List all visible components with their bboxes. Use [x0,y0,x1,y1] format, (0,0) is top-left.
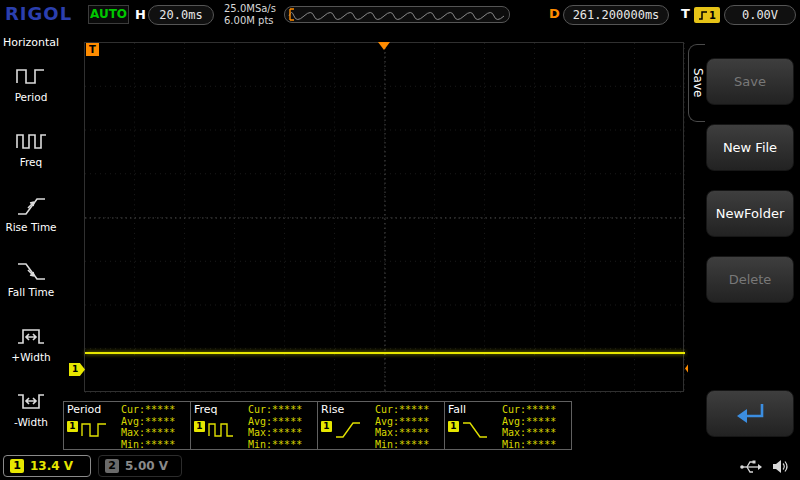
trigger-label: T [681,6,690,21]
trigger-position-marker[interactable] [378,42,390,50]
new-file-button[interactable]: New File [706,124,794,171]
frequency-icon [15,130,47,153]
fall-time-icon [462,420,489,440]
panel-statistics: Cur:***** Avg:***** Max:***** Min:***** [375,404,429,450]
menu-item-label: Rise Time [5,221,56,233]
measure-menu: Horizontal Period Freq Rise Time Fall Ti… [0,30,62,452]
acquisition-info: 25.0MSa/s 6.00M pts [224,3,276,27]
save-menu: Save Save New File NewFolder Delete [688,30,800,480]
back-button[interactable] [706,390,794,437]
rise-time-icon [335,420,362,440]
menu-item-pos-width[interactable]: +Width [0,311,62,376]
channel1-status[interactable]: 1 13.4 V [3,455,91,477]
fall-time-icon [15,260,47,283]
trigger-locked-indicator: T [86,43,99,56]
memory-waveform-icon [285,7,509,22]
usb-icon [739,458,763,475]
waveform-display [84,42,684,392]
measurement-panels: Period 1 Cur:***** Avg:***** Max:***** M… [63,401,571,450]
horizontal-label: H [135,7,146,22]
top-status-bar: RIGOL AUTO H 20.0ms 25.0MSa/s 6.00M pts … [0,0,800,30]
menu-item-label: Freq [20,156,43,168]
channel2-badge: 2 [105,459,119,473]
period-icon [15,65,47,88]
plus-width-icon [15,325,47,348]
trigger-source-number: 1 [709,10,716,21]
panel-channel-badge: 1 [194,421,205,432]
graticule [85,43,685,393]
freq-measurement-panel: Freq 1 Cur:***** Avg:***** Max:***** Min… [190,401,318,450]
minus-width-icon [15,390,47,413]
period-measurement-panel: Period 1 Cur:***** Avg:***** Max:***** M… [63,401,191,450]
channel2-status[interactable]: 2 5.00 V [98,455,182,477]
panel-title: Freq [194,403,218,416]
channel1-scale: 13.4 V [30,459,73,473]
speaker-icon [771,458,790,475]
trigger-level-value[interactable]: 0.00V [724,5,796,25]
panel-statistics: Cur:***** Avg:***** Max:***** Min:***** [248,404,302,450]
measure-menu-title: Horizontal [0,36,62,49]
waveform-memory-preview[interactable] [284,6,510,23]
menu-item-label: -Width [14,416,48,428]
trigger-edge-icon [698,10,708,21]
channel-status-bar: 1 13.4 V 2 5.00 V [0,452,800,480]
oscilloscope-screen: RIGOL AUTO H 20.0ms 25.0MSa/s 6.00M pts … [0,0,800,480]
panel-channel-badge: 1 [448,421,459,432]
sample-rate: 25.0MSa/s [224,3,276,15]
save-button[interactable]: Save [706,58,794,105]
menu-item-fall-time[interactable]: Fall Time [0,246,62,311]
period-icon [81,420,108,440]
timebase-value[interactable]: 20.0ms [148,5,214,25]
channel2-scale: 5.00 V [125,459,168,473]
menu-item-label: Fall Time [8,286,54,298]
panel-title: Rise [321,403,344,416]
run-status-badge: AUTO [88,5,129,24]
menu-item-label: +Width [11,351,50,363]
menu-item-period[interactable]: Period [0,51,62,116]
delete-button[interactable]: Delete [706,256,794,303]
rigol-logo: RIGOL [5,3,72,24]
channel1-ground-marker[interactable]: 1 [69,363,85,376]
panel-channel-badge: 1 [321,421,332,432]
new-folder-button[interactable]: NewFolder [706,190,794,237]
delay-value[interactable]: 261.200000ms [563,5,669,25]
system-icons [739,458,790,475]
rise-measurement-panel: Rise 1 Cur:***** Avg:***** Max:***** Min… [317,401,445,450]
menu-item-neg-width[interactable]: -Width [0,376,62,441]
menu-item-rise-time[interactable]: Rise Time [0,181,62,246]
panel-statistics: Cur:***** Avg:***** Max:***** Min:***** [121,404,175,450]
panel-statistics: Cur:***** Avg:***** Max:***** Min:***** [502,404,556,450]
panel-title: Period [67,403,101,416]
menu-item-label: Period [15,91,48,103]
menu-tab-save: Save [688,44,705,122]
fall-measurement-panel: Fall 1 Cur:***** Avg:***** Max:***** Min… [444,401,572,450]
panel-channel-badge: 1 [67,421,78,432]
channel1-trace [85,352,685,354]
trigger-source-badge[interactable]: 1 [694,7,720,23]
memory-depth: 6.00M pts [224,15,276,27]
frequency-icon [208,420,235,440]
channel1-badge: 1 [10,459,24,473]
return-arrow-icon [729,401,771,427]
rise-time-icon [15,195,47,218]
delay-label: D [549,6,560,21]
menu-item-freq[interactable]: Freq [0,116,62,181]
panel-title: Fall [448,403,466,416]
